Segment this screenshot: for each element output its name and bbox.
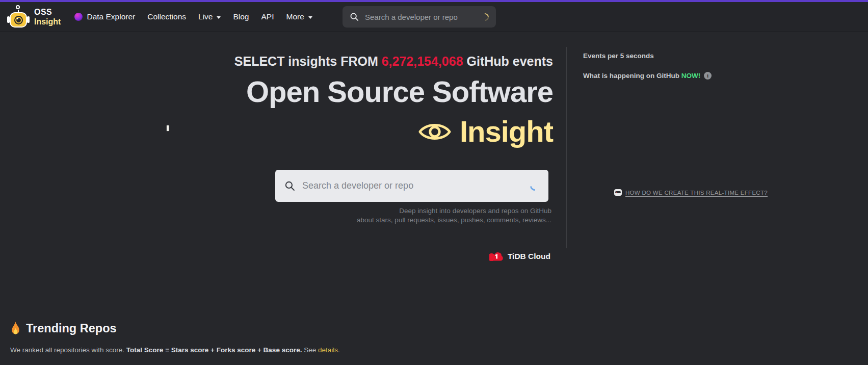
ossinsight-homepage: OSS Insight Data Explorer Collections Li… xyxy=(0,0,868,365)
nav-item-live[interactable]: Live xyxy=(198,12,221,21)
tidb-cloud-label: TiDB Cloud xyxy=(508,252,550,261)
trending-description: We ranked all repositories with score. T… xyxy=(10,346,340,354)
loading-spinner-icon xyxy=(480,11,490,22)
logo-text: OSS Insight xyxy=(34,7,61,27)
nav-item-data-explorer[interactable]: Data Explorer xyxy=(74,12,135,21)
tidb-cloud-icon xyxy=(489,251,504,261)
text-cursor xyxy=(167,125,169,131)
nav-label: Data Explorer xyxy=(87,12,135,21)
vertical-divider xyxy=(566,47,567,248)
logo-line2: Insight xyxy=(34,17,61,27)
subtitle-suffix: GitHub events xyxy=(463,54,553,68)
chevron-down-icon xyxy=(308,16,312,19)
desc-formula: Total Score = Stars score + Forks score … xyxy=(126,346,302,354)
hero-title-insight: Insight xyxy=(460,113,553,150)
search-icon xyxy=(284,180,295,191)
nav-item-collections[interactable]: Collections xyxy=(147,12,186,21)
events-counter: 6,272,154,068 xyxy=(382,54,463,68)
robot-logo-icon xyxy=(7,5,30,29)
logo-line1: OSS xyxy=(34,7,61,17)
navbar: OSS Insight Data Explorer Collections Li… xyxy=(0,2,868,32)
nav-label: More xyxy=(286,12,304,21)
hero-subtitle: SELECT insights FROM 6,272,154,068 GitHu… xyxy=(0,54,553,69)
eye-icon xyxy=(418,120,451,143)
data-explorer-orb-icon xyxy=(74,13,83,21)
robot-icon xyxy=(614,189,622,196)
hero-title-line2: Insight xyxy=(0,113,553,150)
subtitle-prefix: SELECT insights FROM xyxy=(234,54,382,68)
live-panel-subheading: What is happening on GitHub NOW! i xyxy=(583,72,712,80)
search-icon xyxy=(350,12,359,21)
tidb-cloud-badge[interactable]: TiDB Cloud xyxy=(489,251,550,261)
trending-repos-heading: Trending Repos xyxy=(10,322,117,335)
live-panel-heading: Events per 5 seconds xyxy=(583,52,654,60)
hero-search-input[interactable] xyxy=(302,180,530,191)
nav-label: Live xyxy=(198,12,213,21)
fire-icon xyxy=(10,322,21,335)
navbar-search-box[interactable] xyxy=(343,6,496,28)
navbar-search-input[interactable] xyxy=(365,13,481,21)
chevron-down-icon xyxy=(217,16,221,19)
nav-label: Blog xyxy=(233,12,249,21)
loading-spinner-icon xyxy=(528,179,541,192)
desc-end: . xyxy=(338,346,340,354)
desc-see: See xyxy=(302,346,318,354)
tagline-line2: about stars, pull requests, issues, push… xyxy=(0,216,551,225)
details-link[interactable]: details xyxy=(318,346,338,354)
realtime-effect-link[interactable]: HOW DO WE CREATE THIS REAL-TIME EFFECT? xyxy=(614,189,768,196)
desc-normal: We ranked all repositories with score. xyxy=(10,346,126,354)
nav-item-blog[interactable]: Blog xyxy=(233,12,249,21)
now-highlight: NOW! xyxy=(681,72,701,80)
subheading-text: What is happening on GitHub xyxy=(583,72,681,80)
nav-item-more[interactable]: More xyxy=(286,12,312,21)
oss-insight-logo[interactable]: OSS Insight xyxy=(7,5,61,29)
hero-title-line1: Open Source Software xyxy=(0,73,553,110)
nav-label: API xyxy=(261,12,274,21)
nav-label: Collections xyxy=(147,12,186,21)
hero-search-box[interactable] xyxy=(275,170,548,202)
trending-repos-title: Trending Repos xyxy=(26,322,117,335)
info-icon[interactable]: i xyxy=(704,72,712,80)
realtime-effect-link-label: HOW DO WE CREATE THIS REAL-TIME EFFECT? xyxy=(625,190,768,196)
tagline-line1: Deep insight into developers and repos o… xyxy=(0,206,551,216)
nav-item-api[interactable]: API xyxy=(261,12,274,21)
main-nav: Data Explorer Collections Live Blog API … xyxy=(74,12,312,21)
hero-tagline: Deep insight into developers and repos o… xyxy=(0,206,551,225)
